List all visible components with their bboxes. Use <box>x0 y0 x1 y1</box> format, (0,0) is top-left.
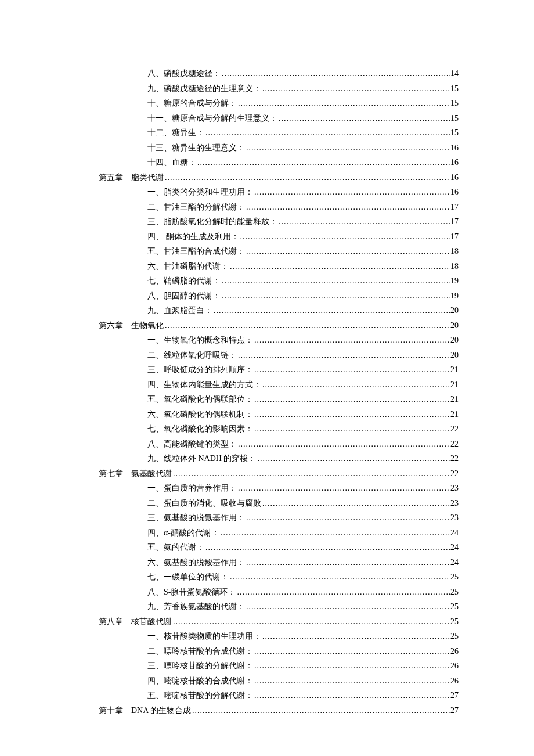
toc-label: 六、氨基酸的脱羧基作用： <box>147 559 245 567</box>
toc-dots <box>253 336 450 344</box>
toc-entry: 六、氨基酸的脱羧基作用：24 <box>99 559 459 567</box>
toc-entry: 九、芳香族氨基酸的代谢：25 <box>99 603 459 611</box>
toc-label: 五、氧化磷酸化的偶联部位： <box>147 395 253 404</box>
toc-page-number: 26 <box>450 677 459 685</box>
toc-label: 八、S-腺苷蛋氨酸循环： <box>147 588 236 596</box>
toc-dots <box>172 618 450 626</box>
toc-entry: 八、胆固醇的代谢：19 <box>99 292 459 300</box>
toc-entry: 一、生物氧化的概念和特点：20 <box>99 336 459 344</box>
toc-entry: 二、嘌呤核苷酸的合成代谢：26 <box>99 647 459 656</box>
toc-label: 十、糖原的合成与分解： <box>147 99 237 107</box>
toc-page-number: 21 <box>450 366 459 374</box>
toc-page-number: 20 <box>450 351 459 359</box>
toc-entry: 六、甘油磷脂的代谢：18 <box>99 262 459 271</box>
toc-page-number: 20 <box>450 322 459 330</box>
toc-label: 第七章 氨基酸代谢 <box>99 470 172 478</box>
toc-label: 五、嘧啶核苷酸的分解代谢： <box>147 692 253 700</box>
toc-page-number: 18 <box>450 247 459 255</box>
toc-page-number: 18 <box>450 262 459 271</box>
toc-entry: 第七章 氨基酸代谢22 <box>99 470 459 478</box>
toc-dots <box>237 484 450 492</box>
toc-label: 十一、糖原合成与分解的生理意义： <box>147 114 277 123</box>
toc-page-number: 26 <box>450 662 459 670</box>
toc-page-number: 15 <box>450 129 459 137</box>
toc-label: 二、蛋白质的消化、吸收与腐败 <box>147 499 261 507</box>
toc-dots <box>245 559 450 567</box>
toc-page-number: 16 <box>450 188 459 196</box>
toc-page-number: 22 <box>450 440 459 448</box>
toc-page-number: 25 <box>450 573 459 581</box>
toc-dots <box>229 573 450 581</box>
toc-label: 九、芳香族氨基酸的代谢： <box>147 603 245 611</box>
toc-entry: 十一、糖原合成与分解的生理意义：15 <box>99 114 459 123</box>
toc-label: 二、甘油三酯的分解代谢： <box>147 203 245 211</box>
toc-dots <box>277 114 450 123</box>
toc-label: 十四、血糖： <box>147 159 196 167</box>
toc-label: 八、高能磷酸键的类型： <box>147 440 237 448</box>
toc-page-number: 21 <box>450 411 459 419</box>
toc-label: 六、甘油磷脂的代谢： <box>147 262 229 271</box>
toc-dots <box>253 662 450 670</box>
toc-entry: 五、氨的代谢：24 <box>99 543 459 552</box>
toc-entry: 第八章 核苷酸代谢25 <box>99 618 459 626</box>
toc-dots <box>229 262 450 271</box>
toc-entry: 第五章 脂类代谢16 <box>99 174 459 182</box>
toc-dots <box>237 351 450 359</box>
toc-dots <box>261 85 450 93</box>
toc-label: 十三、糖异生的生理意义： <box>147 144 245 152</box>
toc-label: 四、 酮体的生成及利用： <box>147 233 239 241</box>
toc-label: 七、鞘磷脂的代谢： <box>147 277 221 285</box>
toc-dots <box>237 440 450 448</box>
toc-page-number: 15 <box>450 114 459 123</box>
toc-dots <box>204 129 450 137</box>
toc-page-number: 20 <box>450 336 459 344</box>
toc-page-number: 19 <box>450 292 459 300</box>
toc-dots <box>253 425 450 433</box>
toc-dots <box>253 677 450 685</box>
toc-label: 二、线粒体氧化呼吸链： <box>147 351 237 359</box>
toc-page-number: 22 <box>450 470 459 478</box>
toc-entry: 二、蛋白质的消化、吸收与腐败23 <box>99 499 459 507</box>
toc-entry: 十、糖原的合成与分解：15 <box>99 99 459 107</box>
toc-page-number: 27 <box>450 692 459 700</box>
toc-label: 第八章 核苷酸代谢 <box>99 618 172 626</box>
toc-dots <box>256 455 450 463</box>
toc-dots <box>253 395 450 404</box>
toc-label: 七、氧化磷酸化的影响因素： <box>147 425 253 433</box>
toc-dots <box>253 411 450 419</box>
toc-entry: 十四、血糖：16 <box>99 159 459 167</box>
toc-entry: 七、氧化磷酸化的影响因素：22 <box>99 425 459 433</box>
toc-label: 一、核苷酸类物质的生理功用： <box>147 632 261 640</box>
toc-entry: 一、蛋白质的营养作用：23 <box>99 484 459 492</box>
toc-page-number: 19 <box>450 277 459 285</box>
toc-entry: 第六章 生物氧化20 <box>99 322 459 330</box>
toc-dots <box>191 707 450 715</box>
toc-dots <box>219 529 450 537</box>
toc-page-number: 16 <box>450 159 459 167</box>
toc-page-number: 17 <box>450 203 459 211</box>
toc-entry: 五、甘油三酯的合成代谢：18 <box>99 247 459 255</box>
toc-entry: 二、甘油三酯的分解代谢：17 <box>99 203 459 211</box>
toc-label: 五、氨的代谢： <box>147 543 204 552</box>
toc-label: 五、甘油三酯的合成代谢： <box>147 247 245 255</box>
toc-entry: 四、生物体内能量生成的方式：21 <box>99 381 459 389</box>
toc-page-number: 15 <box>450 99 459 107</box>
toc-dots <box>221 277 450 285</box>
toc-dots <box>212 307 450 315</box>
toc-label: 十二、糖异生： <box>147 129 204 137</box>
toc-entry: 九、磷酸戊糖途径的生理意义：15 <box>99 85 459 93</box>
toc-entry: 三、氨基酸的脱氨基作用：23 <box>99 514 459 522</box>
toc-entry: 二、线粒体氧化呼吸链：20 <box>99 351 459 359</box>
toc-dots <box>253 188 450 196</box>
toc-entry: 六、氧化磷酸化的偶联机制：21 <box>99 411 459 419</box>
toc-entry: 四、α-酮酸的代谢：24 <box>99 529 459 537</box>
toc-page-number: 24 <box>450 543 459 552</box>
toc-dots <box>221 292 450 300</box>
toc-page-number: 25 <box>450 588 459 596</box>
toc-page-number: 14 <box>450 70 459 78</box>
toc-page-number: 21 <box>450 381 459 389</box>
toc-page-number: 26 <box>450 647 459 656</box>
toc-label: 一、生物氧化的概念和特点： <box>147 336 253 344</box>
toc-label: 九、磷酸戊糖途径的生理意义： <box>147 85 261 93</box>
toc-entry: 八、S-腺苷蛋氨酸循环：25 <box>99 588 459 596</box>
